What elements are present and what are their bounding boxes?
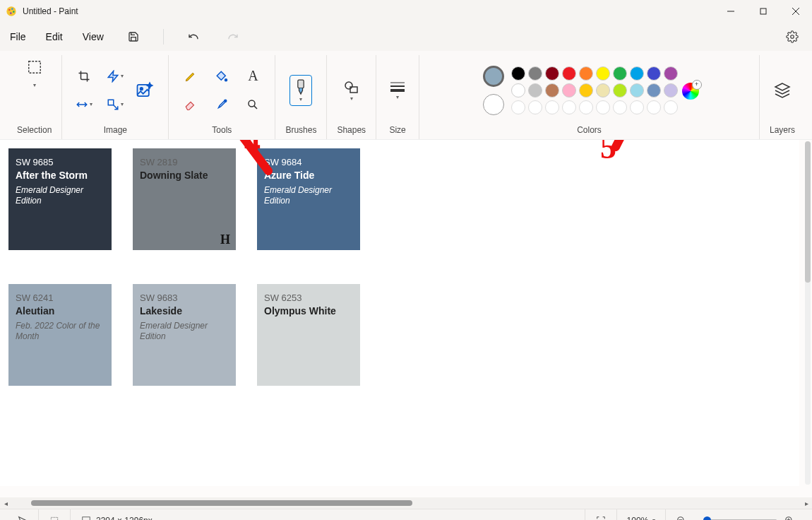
chevron-down-icon[interactable]: ▾	[33, 82, 36, 88]
swatch-subtitle: Emerald Designer Edition	[140, 321, 229, 342]
svg-marker-25	[775, 83, 789, 90]
palette-row-3	[511, 100, 678, 114]
group-image: ▾ ▾ ▾ Image	[62, 55, 169, 139]
edit-colors-button[interactable]	[682, 83, 699, 100]
color-swatch[interactable]	[511, 83, 525, 98]
color-swatch[interactable]	[596, 66, 610, 81]
color-swatch[interactable]	[647, 83, 661, 98]
fill-tool[interactable]	[210, 64, 234, 88]
zoom-out-icon[interactable]	[676, 515, 687, 521]
color-swatch[interactable]	[596, 100, 610, 114]
close-button[interactable]	[780, 0, 812, 23]
fit-to-window[interactable]	[585, 509, 616, 520]
color-secondary[interactable]	[483, 94, 504, 115]
color-swatch[interactable]	[579, 83, 593, 98]
color-swatch[interactable]	[613, 66, 627, 81]
color-swatch[interactable]	[528, 100, 542, 114]
select-tool[interactable]	[23, 55, 47, 79]
swatch-code: SW 6241	[16, 292, 105, 304]
canvas[interactable]: SW 9685 After the Storm Emerald Designer…	[0, 140, 799, 486]
canvas-size-icon	[80, 515, 92, 521]
text-tool[interactable]: A	[241, 64, 265, 88]
svg-rect-12	[109, 100, 114, 105]
flip-tool[interactable]: ▾	[72, 93, 96, 117]
color-swatch[interactable]	[630, 100, 644, 114]
cursor-pos-icon	[17, 515, 28, 521]
group-label: Layers	[770, 125, 795, 139]
undo-icon[interactable]	[184, 27, 203, 47]
scroll-right-arrow[interactable]: ▸	[801, 500, 812, 507]
group-layers: Layers	[760, 55, 805, 139]
color-swatch[interactable]	[630, 83, 644, 98]
titlebar: Untitled - Paint	[0, 0, 812, 23]
color-swatch[interactable]	[528, 83, 542, 98]
swatch-name: Azure Tide	[264, 170, 353, 182]
horizontal-scroll-thumb[interactable]	[31, 500, 412, 506]
menu-view[interactable]: View	[83, 31, 104, 42]
minimize-button[interactable]	[715, 0, 747, 23]
status-bar: 2304 × 1296px 100% ▾ –	[0, 509, 812, 520]
color-swatch[interactable]	[545, 100, 559, 114]
group-label: Tools	[212, 125, 232, 139]
svg-point-16	[225, 100, 227, 102]
color-primary[interactable]	[483, 66, 504, 87]
color-swatch[interactable]	[545, 66, 559, 81]
color-swatch[interactable]	[545, 83, 559, 98]
pencil-tool[interactable]	[179, 64, 203, 88]
zoom-dropdown[interactable]: 100% ▾	[616, 509, 666, 520]
maximize-button[interactable]	[747, 0, 780, 23]
brush-tool[interactable]: ▾	[289, 75, 312, 106]
color-swatch[interactable]	[562, 100, 576, 114]
color-swatch[interactable]	[647, 100, 661, 114]
rotate-tool[interactable]: ▾	[103, 64, 127, 88]
size-tool[interactable]: ▾	[386, 75, 409, 106]
paint-swatch-card: SW 6241 Aleutian Feb. 2022 Color of the …	[8, 284, 112, 386]
vertical-scroll-thumb[interactable]	[805, 141, 811, 283]
image-ai-tool[interactable]	[131, 73, 158, 108]
color-swatch[interactable]	[664, 83, 678, 98]
save-icon[interactable]	[124, 27, 143, 47]
crop-tool[interactable]	[72, 64, 96, 88]
color-swatch[interactable]	[528, 66, 542, 81]
svg-marker-11	[109, 71, 119, 81]
color-swatch[interactable]	[596, 83, 610, 98]
color-swatch[interactable]	[511, 100, 525, 114]
color-swatch[interactable]	[630, 66, 644, 81]
settings-icon[interactable]	[782, 27, 802, 47]
color-picker-tool[interactable]	[210, 93, 234, 117]
color-swatch[interactable]	[647, 66, 661, 81]
redo-icon[interactable]	[223, 27, 243, 47]
color-swatch[interactable]	[664, 100, 678, 114]
shapes-tool[interactable]: ▾	[340, 75, 363, 106]
app-icon	[6, 6, 17, 17]
palette-row-1	[511, 66, 678, 81]
menu-file[interactable]: File	[10, 31, 26, 42]
svg-point-17	[249, 100, 255, 107]
color-swatch[interactable]	[511, 66, 525, 81]
eraser-tool[interactable]	[179, 93, 203, 117]
swatch-h-mark: H	[220, 232, 230, 248]
color-swatch[interactable]	[579, 66, 593, 81]
swatch-code: SW 9683	[140, 292, 229, 304]
group-shapes: ▾ Shapes	[327, 55, 376, 139]
magnifier-tool[interactable]	[241, 93, 265, 117]
svg-rect-10	[28, 61, 40, 73]
layers-button[interactable]	[770, 78, 794, 102]
canvas-dimensions: 2304 × 1296px	[96, 516, 153, 521]
color-swatch[interactable]	[562, 83, 576, 98]
color-swatch[interactable]	[579, 100, 593, 114]
color-swatch[interactable]	[613, 83, 627, 98]
scroll-left-arrow[interactable]: ◂	[0, 500, 11, 507]
color-swatch[interactable]	[562, 66, 576, 81]
group-size: ▾ Size	[376, 55, 419, 139]
svg-rect-29	[83, 516, 90, 520]
color-swatch[interactable]	[613, 100, 627, 114]
menubar: File Edit View	[0, 23, 812, 51]
svg-point-20	[345, 82, 352, 89]
color-swatch[interactable]	[664, 66, 678, 81]
zoom-in-icon[interactable]	[784, 515, 795, 521]
resize-tool[interactable]: ▾	[103, 93, 127, 117]
horizontal-scrollbar[interactable]: ◂ ▸	[0, 497, 812, 509]
swatch-name: Lakeside	[140, 305, 229, 318]
menu-edit[interactable]: Edit	[46, 31, 63, 42]
